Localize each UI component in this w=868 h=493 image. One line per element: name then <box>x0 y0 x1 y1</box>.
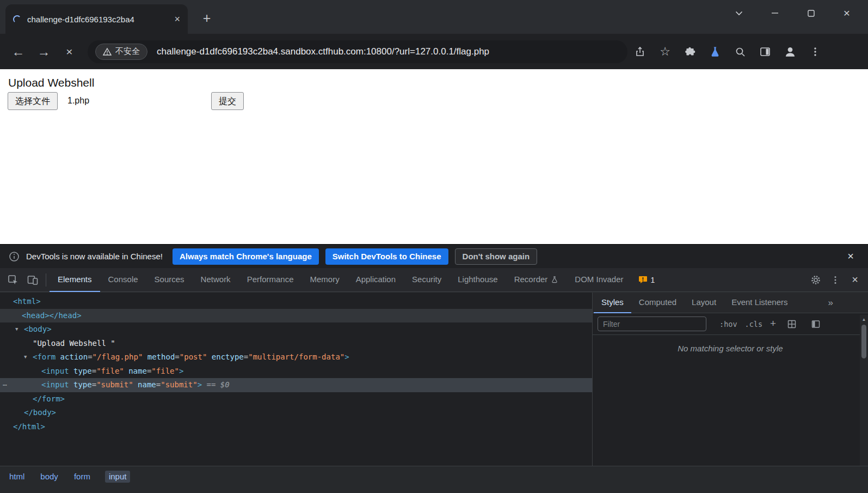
dom-tree-row[interactable]: <head></head> <box>0 309 592 323</box>
breadcrumb-input[interactable]: input <box>105 471 131 483</box>
element-classes-button[interactable]: .cls <box>745 320 763 328</box>
dom-tree-row[interactable]: "Upload Webshell " <box>0 337 592 351</box>
switch-to-chinese-button[interactable]: Switch DevTools to Chinese <box>325 248 448 265</box>
devtools-tabs: ElementsConsoleSourcesNetworkPerformance… <box>50 268 632 292</box>
devtools-tab-sources[interactable]: Sources <box>146 268 193 292</box>
inspect-element-icon[interactable] <box>3 270 23 290</box>
dom-tree-row[interactable]: <input type="file" name="file"> <box>0 364 592 379</box>
devtools-tab-dom-invader[interactable]: DOM Invader <box>567 268 631 292</box>
forward-button[interactable]: → <box>31 39 57 64</box>
window-chevron-icon[interactable] <box>721 1 757 25</box>
dom-tree-row[interactable]: <html> <box>0 295 592 309</box>
devtools-tab-network[interactable]: Network <box>193 268 239 292</box>
devtools-tab-console[interactable]: Console <box>100 268 146 292</box>
devtools-tab-security[interactable]: Security <box>404 268 450 292</box>
tab-close-icon[interactable]: × <box>174 14 180 25</box>
selected-filename: 1.php <box>67 96 89 106</box>
window-maximize-icon[interactable] <box>793 1 829 25</box>
dom-tree-row[interactable]: </body> <box>0 406 592 420</box>
styles-tab-computed[interactable]: Computed <box>631 293 684 313</box>
styles-toolbar: :hov .cls + <box>593 313 868 335</box>
devtools-tab-recorder[interactable]: Recorder <box>506 268 567 292</box>
share-icon[interactable] <box>627 39 652 64</box>
browser-toolbar: ← → × 不安全 challenge-d1dfc696193c2ba4.san… <box>0 34 868 69</box>
address-bar[interactable]: 不安全 challenge-d1dfc696193c2ba4.sandbox.c… <box>88 40 627 63</box>
infobar-message: DevTools is now available in Chinese! <box>26 252 163 261</box>
styles-sidebar: StylesComputedLayoutEvent Listeners » :h… <box>592 293 868 466</box>
choose-file-button[interactable]: 选择文件 <box>8 92 58 110</box>
web-page: Upload Webshell 选择文件 1.php 提交 <box>0 69 868 244</box>
bookmark-star-icon[interactable]: ☆ <box>652 39 678 64</box>
dom-tree: <html><head></head>▼<body>"Upload Webshe… <box>0 293 592 466</box>
match-language-button[interactable]: Always match Chrome's language <box>173 248 319 265</box>
styles-tab-layout[interactable]: Layout <box>684 293 724 313</box>
computed-sidebar-icon[interactable] <box>808 316 824 332</box>
window-close-icon[interactable]: × <box>829 1 865 25</box>
infobar-close-icon[interactable]: × <box>842 250 859 263</box>
extensions-puzzle-icon[interactable] <box>678 39 703 64</box>
side-panel-icon[interactable] <box>753 39 778 64</box>
styles-tabs-row: StylesComputedLayoutEvent Listeners » <box>593 293 868 313</box>
devtools-tab-performance[interactable]: Performance <box>239 268 302 292</box>
browser-window: challenge-d1dfc696193c2ba4 × + × ← → × <box>0 0 868 493</box>
more-tabs-icon[interactable]: » <box>828 297 833 308</box>
devtools-tab-lighthouse[interactable]: Lighthouse <box>450 268 506 292</box>
menu-kebab-icon[interactable] <box>803 39 828 64</box>
dom-tree-row[interactable]: </html> <box>0 420 592 434</box>
twisty-expanded-icon[interactable]: ▼ <box>15 322 24 337</box>
styles-tab-event-listeners[interactable]: Event Listeners <box>724 293 795 313</box>
new-tab-button[interactable]: + <box>197 9 217 28</box>
scrollbar-thumb[interactable] <box>861 325 866 358</box>
profile-avatar-icon[interactable] <box>778 39 803 64</box>
security-label: 不安全 <box>115 46 140 57</box>
info-icon <box>9 251 20 262</box>
page-title: Upload Webshell <box>8 76 94 89</box>
devtools-toolbar-right: × <box>806 270 865 290</box>
back-button[interactable]: ← <box>5 39 31 64</box>
issues-counter[interactable]: 1 <box>638 276 655 284</box>
devtools-tab-memory[interactable]: Memory <box>302 268 348 292</box>
styles-filter-input[interactable] <box>598 317 706 331</box>
twisty-expanded-icon[interactable]: ▼ <box>24 350 33 364</box>
search-icon[interactable] <box>728 39 753 64</box>
devtools-tab-elements[interactable]: Elements <box>50 268 100 292</box>
submit-button[interactable]: 提交 <box>211 92 244 110</box>
devtools-infobar: DevTools is now available in Chinese! Al… <box>0 244 868 268</box>
dont-show-again-button[interactable]: Don't show again <box>455 248 538 265</box>
window-controls: × <box>721 1 865 25</box>
breadcrumb-html[interactable]: html <box>8 471 26 483</box>
dom-tree-row[interactable]: ▼<form action="/flag.php" method="post" … <box>0 350 592 364</box>
dom-tree-row[interactable]: ⋯<input type="submit" name="submit"> == … <box>0 378 592 392</box>
rendering-grid-icon[interactable] <box>784 316 800 332</box>
window-minimize-icon[interactable] <box>757 1 793 25</box>
new-style-rule-button[interactable]: + <box>770 318 776 330</box>
tab-strip: challenge-d1dfc696193c2ba4 × + × <box>0 0 868 34</box>
browser-tab[interactable]: challenge-d1dfc696193c2ba4 × <box>5 4 188 34</box>
breadcrumb-body[interactable]: body <box>39 471 59 483</box>
styles-scrollbar[interactable]: ▲ ▼ <box>860 315 868 485</box>
more-actions-icon[interactable]: ⋯ <box>3 378 8 392</box>
warning-icon <box>103 47 112 56</box>
devtools-tab-application[interactable]: Application <box>348 268 404 292</box>
styles-tab-styles[interactable]: Styles <box>594 293 631 313</box>
dom-tree-row[interactable]: ▼<body> <box>0 322 592 337</box>
breadcrumb-form[interactable]: form <box>73 471 91 483</box>
scroll-up-icon[interactable]: ▲ <box>860 315 868 324</box>
gear-icon[interactable] <box>806 270 826 290</box>
devtools-close-icon[interactable]: × <box>845 270 865 290</box>
toolbar-divider <box>46 273 46 287</box>
device-toolbar-icon[interactable] <box>23 270 42 290</box>
stop-loading-button[interactable]: × <box>57 39 82 64</box>
styles-empty-message: No matching selector or style <box>593 344 868 353</box>
dom-tree-row[interactable]: </form> <box>0 392 592 406</box>
security-chip[interactable]: 不安全 <box>95 44 147 60</box>
loading-spinner-icon <box>13 15 21 23</box>
tab-title: challenge-d1dfc696193c2ba4 <box>27 15 170 24</box>
devtools-kebab-icon[interactable] <box>826 270 845 290</box>
extension-flask-icon[interactable] <box>703 39 728 64</box>
issues-count: 1 <box>651 276 655 284</box>
url-text: challenge-d1dfc696193c2ba4.sandbox.ctfhu… <box>157 46 489 57</box>
styles-tabs: StylesComputedLayoutEvent Listeners <box>594 293 796 313</box>
toggle-element-state-button[interactable]: :hov <box>719 320 737 328</box>
flask-icon <box>551 276 558 283</box>
